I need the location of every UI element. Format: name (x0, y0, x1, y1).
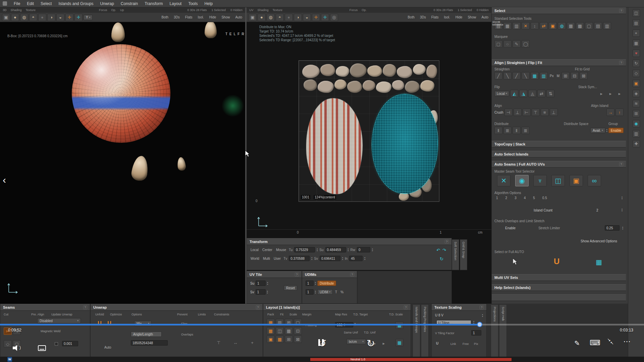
sphere-wire-icon[interactable]: ◍ (20, 14, 28, 21)
space-local-toggle[interactable]: Local (250, 248, 260, 252)
help-icon[interactable]: ? (619, 162, 623, 166)
unfold-magnet-icon[interactable]: U (554, 257, 559, 266)
margin-icon[interactable]: ▦ (285, 327, 293, 335)
menu-item[interactable]: File (14, 1, 20, 6)
stone[interactable] (376, 81, 391, 93)
move-gizmo-icon[interactable]: ✛ (65, 14, 73, 21)
algorithm-stepper[interactable]: ▴▾ (622, 196, 623, 200)
v-tiling-field[interactable]: 1 (471, 330, 481, 336)
tv-field[interactable]: 0.370588 (289, 256, 310, 261)
help-icon[interactable]: ? (83, 305, 87, 309)
more-options-icon[interactable]: ⋯ (623, 337, 631, 346)
plus-grid-icon[interactable]: ⊞ (633, 110, 640, 117)
seams-mode-select[interactable]: Disabled▾ (37, 318, 81, 323)
optimize-label[interactable]: Optimize (110, 313, 122, 316)
brush-tool-icon[interactable]: ◇ (4, 340, 12, 348)
rows-icon[interactable]: ▥ (633, 130, 640, 137)
unfold-label[interactable]: Unfold (95, 313, 104, 316)
stone[interactable] (420, 80, 434, 92)
free-label[interactable]: Free (463, 342, 469, 346)
edge-select-icon[interactable]: ▦ (503, 22, 512, 29)
margin-alt-icon[interactable]: ⊡ (294, 327, 302, 335)
stone[interactable] (426, 65, 437, 78)
stretch-limiter-field[interactable]: 0.25 (605, 225, 620, 231)
flip-v-icon[interactable]: ◮ (519, 90, 527, 97)
clear-selection-icon[interactable]: ✕ (522, 22, 530, 29)
help-icon[interactable]: ? (619, 61, 623, 65)
res-icon[interactable]: ▣ (267, 336, 275, 343)
beachball-object[interactable] (72, 44, 170, 143)
help-select-header[interactable]: Help Select (Islands) (492, 284, 626, 291)
swap-uv-icon[interactable]: ⇄ (537, 90, 545, 97)
timeline-red-bar[interactable] (310, 358, 512, 361)
display-mode-toggle[interactable]: Show (220, 15, 231, 19)
cut-label[interactable]: Cut (4, 313, 8, 316)
spread-icon[interactable]: ↔ (231, 339, 239, 346)
gem-icon[interactable]: ◈ (633, 90, 640, 97)
stone[interactable] (336, 66, 349, 77)
add-icon[interactable]: + (248, 339, 256, 346)
in-stepper[interactable]: ▴▾ (364, 256, 365, 260)
help-icon[interactable]: ? (295, 273, 299, 277)
stretch-stepper[interactable]: ▴▾ (622, 226, 623, 230)
align-bottom-icon[interactable]: ⊥ (550, 109, 558, 116)
rotate-gizmo-icon[interactable]: ✛ (74, 14, 83, 21)
sphere-bottom-icon[interactable]: ◒ (56, 14, 64, 21)
volume-icon[interactable]: ) (13, 345, 20, 351)
display-mode-toggle[interactable]: Flats (184, 15, 194, 19)
pattern-select-icon[interactable]: ▩ (576, 22, 584, 29)
space-world-toggle[interactable]: World (250, 257, 260, 260)
grid-select-icon[interactable]: ▦ (567, 22, 575, 29)
menu-item[interactable]: Islands and Groups (58, 1, 93, 6)
shell-object-top-right[interactable] (205, 21, 217, 38)
axis-select[interactable]: Y▾ (84, 15, 93, 20)
exit-fullscreen-icon[interactable]: ↘ ↖ (607, 338, 614, 345)
apply-all-icon[interactable]: ▸ (380, 340, 388, 347)
display-mode-toggle[interactable]: Isol. (443, 15, 451, 19)
fit-both-icon[interactable]: ⊠ (580, 72, 588, 79)
refresh-icon[interactable]: ↻ (440, 256, 443, 261)
display-mode-toggle[interactable]: Isol. (197, 15, 205, 19)
sphere-right-icon[interactable]: ◑ (294, 14, 302, 21)
box-select-icon[interactable]: ▢ (585, 22, 593, 29)
su-tile-stepper[interactable]: ▴▾ (267, 281, 268, 285)
sync-icon[interactable]: ↻ (633, 60, 640, 67)
straighten-island-icon[interactable]: ╲ (503, 72, 512, 79)
display-mode-toggle[interactable]: 3Ds (173, 15, 181, 19)
align-u-icon[interactable]: → (606, 109, 614, 116)
straighten-edge-icon[interactable]: ╱ (494, 72, 502, 79)
island-count-value[interactable]: 2 (596, 208, 598, 212)
space-v-icon[interactable]: ≣ (522, 127, 530, 134)
align-middle-icon[interactable]: ≡ (541, 109, 549, 116)
sphere-solid-icon[interactable]: ● (258, 14, 266, 21)
stone[interactable] (304, 79, 317, 91)
update-unwrap-label[interactable]: Update Unwrap (51, 313, 72, 316)
options-label[interactable]: Options (131, 313, 142, 316)
pause-button[interactable] (317, 339, 325, 347)
rot-left-icon[interactable]: ▸ (597, 90, 605, 97)
display-mode-toggle[interactable]: Auto (480, 15, 489, 19)
pin-icon[interactable]: ⊤ (215, 339, 223, 346)
scale-label[interactable]: Scale (289, 313, 297, 316)
player-progress-knob[interactable] (477, 322, 482, 327)
straighten-v-icon[interactable]: ╲ (522, 72, 530, 79)
sv-tile-stepper[interactable]: ▴▾ (267, 290, 268, 294)
expand-selection-icon[interactable]: ↕ (531, 22, 539, 29)
uv-link-label[interactable]: U 8 V (435, 313, 443, 317)
algorithm-value-toggle[interactable]: 1 (495, 196, 499, 200)
stone[interactable] (302, 65, 320, 78)
heart-icon[interactable]: ♥ (633, 50, 640, 57)
sphere-half-icon[interactable]: ◓ (276, 14, 284, 21)
help-icon[interactable]: ? (350, 273, 354, 277)
fit-label[interactable]: Fit (280, 313, 283, 316)
viewport-mode-label[interactable]: Texture (26, 8, 36, 12)
seams-header[interactable]: Seams ? (0, 304, 90, 311)
circle-marquee-icon[interactable]: ◯ (522, 40, 530, 48)
optimize-u-icon[interactable]: U (105, 319, 114, 327)
help-icon[interactable]: ? (404, 305, 408, 309)
uv-canvas[interactable]: 1001 124%|content (299, 60, 439, 202)
uv-link-stepper[interactable]: ▴▾ (482, 313, 483, 317)
stone[interactable] (347, 81, 362, 93)
undo-icon[interactable]: ↶ (436, 248, 440, 253)
udim-v-stepper[interactable]: ▴▾ (315, 290, 316, 294)
